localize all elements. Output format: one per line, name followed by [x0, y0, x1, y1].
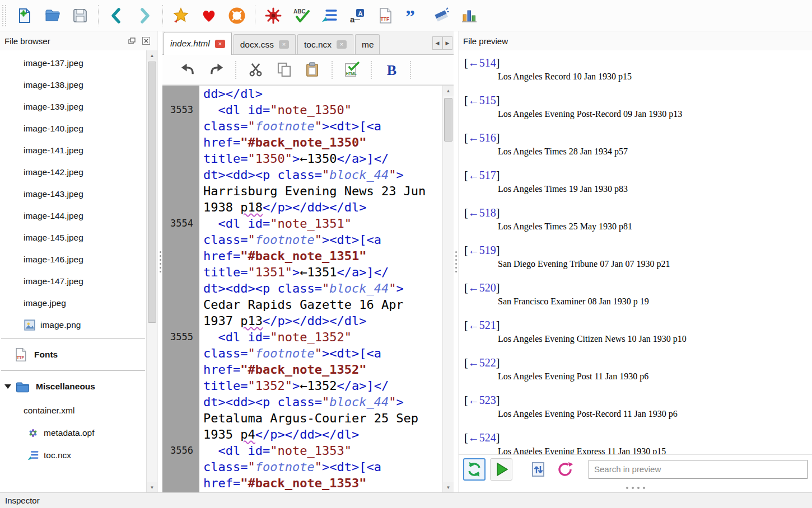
file-item[interactable]: image-147.jpeg	[0, 270, 146, 292]
code-line[interactable]: Cedar Rapids Gazette 16 Apr	[162, 297, 442, 313]
undo-button[interactable]	[178, 60, 197, 79]
mend-button[interactable]	[264, 6, 283, 25]
file-item[interactable]: image-143.jpeg	[0, 183, 146, 205]
code-line[interactable]: dt><dd><p class="block_44">	[162, 167, 442, 183]
close-tab-icon[interactable]: ×	[337, 40, 347, 49]
file-item[interactable]: image-140.jpeg	[0, 117, 146, 139]
tab-scroll-right-icon[interactable]: ▶	[442, 36, 452, 50]
footnote-backlink[interactable]: ←523	[468, 394, 496, 406]
code-view[interactable]: dd></dl>3553 <dl id="note_1350"class="fo…	[162, 86, 442, 492]
file-item[interactable]: image.jpeg	[0, 292, 146, 314]
code-line[interactable]: 3553 <dl id="note_1350"	[162, 102, 442, 118]
footnote-backlink[interactable]: ←514	[468, 57, 496, 69]
editor-scrollbar[interactable]: ▲ ▼	[442, 86, 454, 492]
file-item[interactable]: container.xml	[0, 399, 146, 422]
code-line[interactable]: title="1351">←1351</a>]</	[162, 264, 442, 280]
footnote-backlink[interactable]: ←519	[468, 244, 496, 256]
refresh-button[interactable]	[463, 458, 486, 481]
footnote-backlink[interactable]: ←522	[468, 356, 496, 369]
footnote-backlink[interactable]: ←517	[468, 169, 496, 181]
close-tab-icon[interactable]: ×	[279, 40, 289, 49]
new-file-button[interactable]	[15, 6, 34, 25]
file-item[interactable]: image-137.jpeg	[0, 52, 146, 74]
code-line[interactable]: href="#back_note_1350"	[162, 134, 442, 150]
footnote-backlink[interactable]: ←524	[468, 431, 496, 444]
file-item[interactable]: image.png	[0, 314, 146, 336]
file-item[interactable]: metadata.opf	[0, 422, 146, 444]
reports-button[interactable]	[460, 6, 479, 25]
file-browser-scrollbar[interactable]: ▲ ▼	[146, 50, 157, 492]
tab-toc.ncx[interactable]: toc.ncx×	[297, 34, 353, 54]
inspector-bar[interactable]: Inspector	[0, 492, 812, 508]
scrollbar-track[interactable]	[443, 96, 454, 482]
toolbar-drag-handle[interactable]	[2, 5, 6, 26]
code-line[interactable]: class="footnote"><dt>[<a	[162, 345, 442, 361]
tab-scroll-left-icon[interactable]: ◀	[432, 36, 442, 50]
close-panel-button[interactable]	[142, 36, 153, 46]
code-line[interactable]: 3556 <dl id="note_1353"	[162, 443, 442, 459]
reload-button[interactable]	[554, 458, 576, 481]
file-item[interactable]: image-139.jpeg	[0, 96, 146, 117]
footnote-backlink[interactable]: ←518	[468, 206, 496, 219]
forward-button[interactable]	[135, 6, 154, 25]
footnote-backlink[interactable]: ←520	[468, 281, 496, 294]
footnote-backlink[interactable]: ←521	[468, 319, 496, 331]
code-line[interactable]: href="#back_note_1351"	[162, 248, 442, 264]
file-item[interactable]: image-145.jpeg	[0, 227, 146, 248]
splitter-right[interactable]	[454, 31, 458, 492]
code-line[interactable]: dt><dd><p class="block_44">	[162, 394, 442, 410]
help-button[interactable]	[227, 6, 246, 25]
code-line[interactable]: class="footnote"><dt>[<a	[162, 118, 442, 134]
paste-button[interactable]	[303, 60, 322, 79]
smart-quotes-button[interactable]: ”	[404, 6, 423, 25]
footnote-backlink[interactable]: ←516	[468, 131, 496, 144]
file-item[interactable]: TTFFonts	[0, 342, 146, 368]
scroll-down-icon[interactable]: ▼	[147, 482, 157, 492]
save-file-button[interactable]	[71, 6, 90, 25]
tab-docx.css[interactable]: docx.css×	[234, 34, 296, 54]
preview-toolbar-grip[interactable]	[459, 483, 812, 492]
code-line[interactable]: 3555 <dl id="note_1352"	[162, 329, 442, 345]
scroll-down-icon[interactable]: ▼	[443, 482, 454, 492]
send-to-editor-button[interactable]	[527, 458, 549, 481]
insert-special-button[interactable]	[320, 6, 339, 25]
splitter-left[interactable]	[158, 31, 162, 492]
file-item[interactable]: image-144.jpeg	[0, 205, 146, 227]
close-tab-icon[interactable]: ×	[215, 40, 225, 48]
footnote-backlink[interactable]: ←515	[468, 94, 496, 106]
file-item[interactable]: image-141.jpeg	[0, 139, 146, 161]
code-line[interactable]: class="footnote"><dt>[<a	[162, 459, 442, 475]
code-line[interactable]: title="1352">←1352</a>]</	[162, 378, 442, 394]
code-line[interactable]: href="#back_note_1353"	[162, 475, 442, 491]
bold-button[interactable]: B	[381, 60, 400, 79]
tab-index.html[interactable]: index.html×	[164, 32, 232, 55]
scroll-up-icon[interactable]: ▲	[147, 50, 157, 60]
preview-search-input[interactable]	[589, 460, 808, 479]
validate-html-button[interactable]: HTML	[342, 60, 361, 79]
file-item[interactable]: toc.ncx	[0, 444, 146, 467]
code-line[interactable]: href="#back_note_1352"	[162, 361, 442, 378]
code-line[interactable]: dt><dd><p class="block_44">	[162, 280, 442, 297]
copy-button[interactable]	[274, 60, 293, 79]
scrollbar-thumb[interactable]	[148, 62, 156, 323]
scroll-up-icon[interactable]: ▲	[443, 86, 454, 96]
open-file-button[interactable]	[43, 6, 62, 25]
scrollbar-track[interactable]	[147, 60, 157, 482]
code-line[interactable]: title="1350">←1350</a>]</	[162, 150, 442, 167]
file-item[interactable]: image-142.jpeg	[0, 161, 146, 183]
spellcheck-button[interactable]: ABC	[292, 6, 311, 25]
code-line[interactable]: class="footnote"><dt>[<a	[162, 232, 442, 248]
clean-source-button[interactable]	[432, 6, 451, 25]
code-line[interactable]: 1938 p18</p></dd></dl>	[162, 199, 442, 215]
code-line[interactable]: 3554 <dl id="note_1351"	[162, 215, 442, 232]
code-line[interactable]: dd></dl>	[162, 86, 442, 102]
file-item[interactable]: Miscellaneous	[0, 374, 146, 399]
back-button[interactable]	[107, 6, 126, 25]
tab-me[interactable]: me	[355, 34, 380, 54]
code-line[interactable]: Petaluma Argus-Courier 25 Sep	[162, 410, 442, 426]
cut-button[interactable]	[246, 60, 265, 79]
file-item[interactable]: image-138.jpeg	[0, 74, 146, 96]
donate-button[interactable]	[199, 6, 218, 25]
code-line[interactable]: 1937 p13</p></dd></dl>	[162, 313, 442, 329]
redo-button[interactable]	[207, 60, 226, 79]
